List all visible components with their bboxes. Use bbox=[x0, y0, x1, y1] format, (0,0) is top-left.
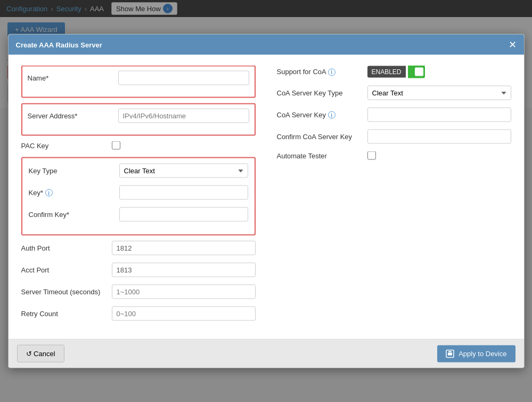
svg-rect-2 bbox=[448, 351, 452, 352]
form-grid: Name* Server Address* PAC Key bbox=[21, 66, 511, 328]
confirm-coa-server-key-input[interactable] bbox=[367, 130, 511, 144]
key-row: Key* i bbox=[29, 186, 248, 200]
cancel-button[interactable]: ↺ Cancel bbox=[17, 345, 64, 363]
right-column: Support for CoA i ENABLED CoA Server Key… bbox=[277, 66, 511, 328]
confirm-coa-server-key-label: Confirm CoA Server Key bbox=[277, 133, 362, 141]
automate-tester-row: Automate Tester bbox=[277, 151, 511, 160]
key-group: Key Type Clear Text Encrypted Key* i bbox=[21, 157, 256, 236]
key-input[interactable] bbox=[119, 186, 248, 200]
key-type-label: Key Type bbox=[29, 167, 114, 175]
coa-server-key-type-select[interactable]: Clear Text Encrypted bbox=[367, 86, 511, 100]
server-timeout-row: Server Timeout (seconds) bbox=[21, 285, 256, 299]
acct-port-row: Acct Port bbox=[21, 263, 256, 277]
support-coa-info-icon[interactable]: i bbox=[328, 68, 335, 76]
coa-server-key-input[interactable] bbox=[367, 108, 511, 122]
key-info-icon[interactable]: i bbox=[45, 189, 53, 197]
coa-server-key-type-row: CoA Server Key Type Clear Text Encrypted bbox=[277, 86, 511, 100]
modal-close-button[interactable]: ✕ bbox=[509, 40, 517, 50]
key-type-select[interactable]: Clear Text Encrypted bbox=[119, 164, 248, 178]
key-type-row: Key Type Clear Text Encrypted bbox=[29, 164, 248, 178]
name-input[interactable] bbox=[118, 71, 249, 85]
modal-create-radius-server: Create AAA Radius Server ✕ Name* Server … bbox=[8, 34, 525, 368]
server-address-label: Server Address* bbox=[28, 112, 113, 120]
auth-port-row: Auth Port bbox=[21, 241, 256, 255]
server-timeout-label: Server Timeout (seconds) bbox=[21, 288, 107, 296]
server-timeout-input[interactable] bbox=[112, 285, 256, 299]
retry-count-label: Retry Count bbox=[21, 310, 107, 318]
coa-server-key-row: CoA Server Key i bbox=[277, 108, 511, 122]
confirm-key-row: Confirm Key* bbox=[29, 207, 248, 222]
server-address-group: Server Address* bbox=[21, 103, 256, 136]
confirm-key-input[interactable] bbox=[119, 207, 248, 222]
retry-count-input[interactable] bbox=[112, 307, 256, 321]
modal-header: Create AAA Radius Server ✕ bbox=[9, 35, 524, 55]
key-label: Key* i bbox=[29, 188, 114, 197]
name-row: Name* bbox=[28, 71, 249, 85]
confirm-key-label: Confirm Key* bbox=[29, 211, 114, 219]
pac-key-row: PAC Key bbox=[21, 141, 256, 150]
apply-icon bbox=[446, 349, 454, 358]
server-address-input[interactable] bbox=[118, 109, 249, 123]
toggle-enabled-label: ENABLED bbox=[367, 66, 406, 78]
retry-count-row: Retry Count bbox=[21, 307, 256, 321]
pac-key-label: PAC Key bbox=[21, 141, 107, 149]
toggle-switch[interactable] bbox=[408, 66, 425, 78]
coa-server-key-info-icon[interactable]: i bbox=[328, 111, 335, 119]
confirm-coa-server-key-row: Confirm CoA Server Key bbox=[277, 130, 511, 144]
name-group: Name* bbox=[21, 66, 256, 98]
name-label: Name* bbox=[28, 74, 113, 82]
coa-server-key-type-label: CoA Server Key Type bbox=[277, 89, 362, 97]
left-column: Name* Server Address* PAC Key bbox=[21, 66, 256, 328]
toggle-dot bbox=[415, 68, 423, 76]
pac-key-checkbox[interactable] bbox=[112, 141, 120, 150]
auth-port-label: Auth Port bbox=[21, 244, 107, 252]
modal-body: Name* Server Address* PAC Key bbox=[9, 55, 524, 339]
acct-port-input[interactable] bbox=[112, 263, 256, 277]
support-coa-toggle[interactable]: ENABLED bbox=[367, 66, 425, 78]
support-coa-label: Support for CoA i bbox=[277, 68, 362, 76]
support-coa-row: Support for CoA i ENABLED bbox=[277, 66, 511, 78]
coa-server-key-label: CoA Server Key i bbox=[277, 110, 362, 119]
svg-rect-1 bbox=[448, 352, 452, 355]
modal-footer: ↺ Cancel Apply to Device bbox=[9, 339, 524, 368]
auth-port-input[interactable] bbox=[112, 241, 256, 255]
modal-title: Create AAA Radius Server bbox=[16, 41, 102, 49]
apply-to-device-button[interactable]: Apply to Device bbox=[437, 345, 515, 362]
automate-tester-checkbox[interactable] bbox=[367, 151, 376, 160]
server-address-row: Server Address* bbox=[28, 109, 249, 123]
automate-tester-label: Automate Tester bbox=[277, 151, 362, 159]
acct-port-label: Acct Port bbox=[21, 266, 107, 274]
